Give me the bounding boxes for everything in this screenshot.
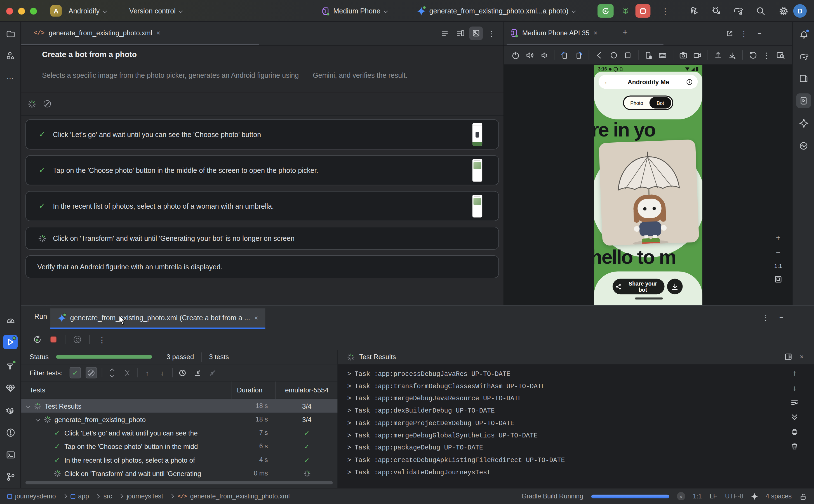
collapse-all-button[interactable]	[122, 368, 132, 378]
open-in-window-button[interactable]	[723, 27, 736, 40]
test-tree-row[interactable]: ✓ Test Results 18 s 3/4✓	[21, 399, 337, 413]
indent-indicator[interactable]: 4 spaces	[766, 493, 792, 500]
code-view-button[interactable]	[438, 27, 451, 40]
new-device-tab-button[interactable]: +	[622, 27, 627, 38]
tests-column-header[interactable]: Tests	[30, 386, 45, 394]
breadcrumb-item[interactable]: </> journeysTest	[127, 493, 178, 500]
device-column-header[interactable]: emulator-5554	[276, 386, 338, 394]
device-tab-scrollbar[interactable]	[507, 44, 663, 45]
stop-run-icon[interactable]	[44, 100, 51, 107]
running-devices-tool-button[interactable]	[796, 93, 811, 108]
version-control-tool-button[interactable]	[3, 469, 18, 484]
journey-step-card[interactable]: ✓ Click 'Let's go' and wait until you ca…	[25, 119, 499, 150]
stop-test-button[interactable]	[50, 336, 57, 343]
design-view-button[interactable]	[469, 27, 483, 40]
encoding-indicator[interactable]: UTF-8	[725, 493, 744, 500]
terminal-tool-button[interactable]	[3, 448, 18, 462]
app-quality-insights-tool-button[interactable]	[796, 139, 811, 153]
vcs-menu[interactable]: Version control	[126, 0, 185, 22]
gradle-build-status[interactable]: Gradle Build Running	[522, 493, 584, 500]
profiler-tool-button[interactable]	[3, 313, 18, 328]
android-home-icon[interactable]	[609, 51, 618, 60]
close-window-button[interactable]	[6, 8, 13, 15]
run-panel-options-button[interactable]: ⋮	[759, 310, 772, 324]
android-back-icon[interactable]	[595, 51, 604, 60]
device-selector[interactable]: Medium Phone	[319, 0, 390, 22]
share-your-bot-button[interactable]: Share your bot	[613, 279, 665, 295]
journey-step-card[interactable]: ✓ Click on 'Transform' and wait until 'G…	[25, 227, 499, 250]
android-overview-icon[interactable]	[624, 51, 632, 60]
toggle-bot-option[interactable]: Bot	[650, 97, 671, 109]
zoom-window-button[interactable]	[30, 8, 37, 15]
fit-to-window-icon[interactable]	[775, 275, 782, 283]
duration-column-header[interactable]: Duration	[226, 386, 273, 394]
close-icon[interactable]: ×	[254, 314, 258, 322]
console-layout-icon[interactable]	[785, 353, 792, 361]
chevron-down-icon[interactable]	[36, 417, 40, 422]
split-view-button[interactable]	[454, 27, 467, 40]
volume-up-icon[interactable]	[526, 51, 534, 60]
cancel-build-button[interactable]: ×	[677, 492, 685, 500]
build-run-button[interactable]	[686, 0, 703, 22]
info-icon[interactable]	[686, 79, 692, 85]
user-avatar[interactable]: D	[793, 4, 807, 18]
build-tool-button[interactable]	[3, 359, 18, 373]
zoom-out-button[interactable]: −	[776, 248, 780, 256]
step-screenshot-thumbnail[interactable]	[472, 123, 482, 146]
close-console-icon[interactable]: ×	[800, 353, 804, 361]
scroll-down-button[interactable]: ↓	[793, 383, 796, 392]
project-tool-button[interactable]	[3, 27, 18, 41]
console-output[interactable]: >Task :app:processDebugJavaRes UP-TO-DAT…	[338, 364, 775, 489]
device-settings-icon[interactable]	[644, 51, 653, 60]
tab-scrollbar[interactable]	[21, 44, 259, 45]
snapshot-restore-icon[interactable]	[748, 51, 757, 60]
more-tool-windows-button[interactable]: ⋯	[3, 70, 18, 85]
hide-run-panel-button[interactable]: −	[775, 310, 788, 324]
toggle-photo-option[interactable]: Photo	[624, 100, 650, 105]
test-more-options-button[interactable]: ⋮	[98, 336, 106, 343]
project-name-menu[interactable]: Androidify	[65, 0, 110, 22]
run-tool-button[interactable]	[3, 335, 18, 349]
run-configuration-selector[interactable]: generate_from_existing_photo.xml...a pho…	[414, 0, 578, 22]
power-button-icon[interactable]	[511, 51, 520, 60]
volume-down-icon[interactable]	[540, 51, 549, 60]
tree-horizontal-scrollbar[interactable]	[25, 481, 333, 484]
debug-button[interactable]	[619, 4, 632, 18]
scroll-up-button[interactable]: ↑	[793, 369, 796, 377]
device-tab[interactable]: Medium Phone API 35 ×	[505, 22, 603, 44]
emulator-more-options-button[interactable]: ⋮	[763, 51, 770, 59]
next-failed-button[interactable]: ↓	[157, 368, 168, 378]
soft-wrap-button[interactable]	[791, 399, 798, 406]
screen-search-icon[interactable]	[776, 51, 785, 60]
notifications-button[interactable]	[796, 27, 811, 42]
device-manager-tool-button[interactable]	[796, 71, 811, 86]
editor-options-button[interactable]: ⋮	[485, 27, 498, 40]
virtual-input-icon[interactable]	[658, 51, 667, 60]
download-bot-button[interactable]	[667, 279, 683, 295]
show-passed-toggle[interactable]: ✓	[69, 367, 81, 378]
step-screenshot-thumbnail[interactable]	[472, 159, 482, 182]
breadcrumb-item[interactable]: </> journeysdemo	[7, 493, 70, 500]
test-tree-row[interactable]: ✓ In the recent list of photos, select a…	[21, 453, 337, 467]
close-icon[interactable]: ×	[156, 29, 160, 37]
close-icon[interactable]: ×	[594, 29, 597, 37]
journey-step-card[interactable]: ✓ Tap on the 'Choose photo' button in th…	[25, 155, 499, 185]
problems-tool-button[interactable]	[3, 425, 18, 440]
resource-manager-tool-button[interactable]	[3, 48, 18, 63]
caret-position[interactable]: 1:1	[693, 493, 702, 500]
export-test-results-button[interactable]	[208, 368, 218, 378]
breadcrumb-item[interactable]: </> app	[70, 493, 103, 500]
clear-console-button[interactable]	[791, 442, 798, 450]
breadcrumb-item[interactable]: </> generate_from_existing_photo.xml	[178, 493, 290, 500]
test-tree-row[interactable]: ✓ generate_from_existing_photo 18 s 3/4✓	[21, 413, 337, 426]
device-panel-options-button[interactable]: ⋮	[737, 27, 751, 40]
upload-icon[interactable]	[714, 51, 722, 60]
emulator-screen[interactable]: 3:16 ← Androidify Me Photo Bot re in	[594, 65, 702, 305]
screenshot-camera-icon[interactable]	[679, 51, 688, 60]
settings-button[interactable]	[776, 0, 792, 22]
previous-failed-button[interactable]: ↑	[142, 368, 152, 378]
show-ignored-toggle[interactable]	[85, 367, 97, 378]
minimize-window-button[interactable]	[18, 8, 25, 15]
ai-sparkle-icon[interactable]	[751, 493, 758, 500]
watch-options-button[interactable]	[74, 336, 81, 343]
